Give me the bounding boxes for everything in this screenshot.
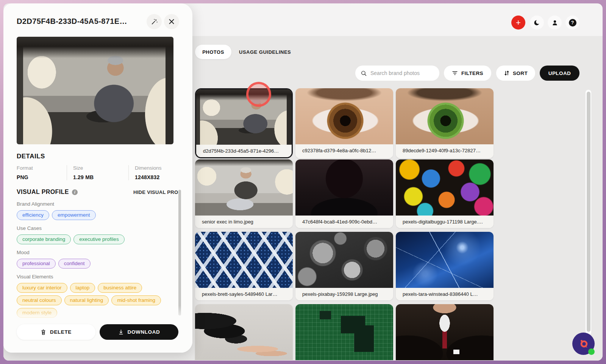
magic-wand-icon xyxy=(151,18,158,25)
tag: confident xyxy=(58,259,91,269)
sort-button[interactable]: SORT xyxy=(496,66,535,81)
tag: executive profiles xyxy=(73,234,124,244)
photo-tile[interactable]: c92378fa-d379-4e8a-a0fc-8b12… xyxy=(295,88,393,158)
help-button[interactable]: ? xyxy=(565,16,579,30)
photo-tile[interactable]: senior exec in limo.jpeg xyxy=(195,159,293,228)
photo-tile[interactable]: 89decde9-1249-40f9-a13c-72827… xyxy=(396,88,494,158)
moon-icon xyxy=(533,19,541,27)
magic-wand-button[interactable] xyxy=(147,14,162,29)
photo-caption xyxy=(295,360,393,361)
close-drawer-button[interactable] xyxy=(164,14,179,29)
detail-label: Dimensions xyxy=(135,165,170,171)
plus-icon: + xyxy=(516,18,521,28)
photo-caption: 47c648f4-bca8-41ed-909c-0ebd… xyxy=(295,216,393,228)
person-icon xyxy=(551,19,558,26)
filters-label: FILTERS xyxy=(461,70,483,76)
detail-value: PNG xyxy=(17,174,61,180)
photo-tile[interactable]: pexels-tara-winstead-8386440 L… xyxy=(396,232,494,300)
tag-list: corporate branding executive profiles xyxy=(17,234,174,244)
photo-tile[interactable]: pexels-digitalbuggu-171198 Large.… xyxy=(396,159,494,228)
main-scrollbar-track[interactable] xyxy=(586,90,591,335)
photo-thumbnail-plexus xyxy=(396,232,494,288)
drawer-scrollbar-thumb[interactable] xyxy=(178,190,181,316)
tab-usage-label: USAGE GUIDELINES xyxy=(239,49,291,55)
window-frame: + ? PHOTOS USAGE GUIDELINES xyxy=(0,0,606,364)
tag: modern style xyxy=(17,308,57,318)
photo-caption: pexels-brett-sayles-5489460 Lar… xyxy=(195,288,293,300)
photo-thumbnail-metal-gears xyxy=(295,232,393,288)
photo-caption: d2d75f4b-233d-45a5-871e-4296… xyxy=(196,145,292,157)
photo-thumbnail-suit-man xyxy=(396,304,494,360)
photo-thumbnail-color-gears xyxy=(396,159,494,216)
photo-caption: pexels-tara-winstead-8386440 L… xyxy=(396,288,494,300)
photo-caption: pexels-digitalbuggu-171198 Large.… xyxy=(396,216,494,228)
photo-caption: pexels-pixabay-159298 Large.jpeg xyxy=(295,288,393,300)
photo-thumbnail-green-eye xyxy=(396,88,494,144)
details-fields: Format PNG Size 1.29 MB Dimensions 1248X… xyxy=(17,165,176,180)
photo-caption xyxy=(195,360,293,361)
tag: natural lighting xyxy=(64,295,109,305)
sort-icon xyxy=(504,70,509,76)
tab-photos[interactable]: PHOTOS xyxy=(195,45,231,59)
photo-tile[interactable]: d2d75f4b-233d-45a5-871e-4296… xyxy=(195,88,293,158)
tag: mid-shot framing xyxy=(111,295,161,305)
tab-photos-label: PHOTOS xyxy=(202,49,224,55)
tag: business attire xyxy=(98,283,142,293)
filters-button[interactable]: FILTERS xyxy=(444,66,491,81)
tag-group-mood: Mood professional confident xyxy=(17,250,174,269)
photo-caption xyxy=(396,360,494,361)
photo-tile[interactable] xyxy=(295,304,393,361)
tag: laptop xyxy=(70,283,95,293)
tag-list: professional confident xyxy=(17,259,174,269)
download-label: DOWNLOAD xyxy=(128,329,160,335)
chat-logo-icon xyxy=(577,337,590,350)
tag-group-label: Use Cases xyxy=(17,225,174,231)
tag: luxury car interior xyxy=(17,283,67,293)
info-icon[interactable]: i xyxy=(72,189,78,195)
search-input[interactable] xyxy=(370,70,434,76)
tag-group-brand-alignment: Brand Alignment efficiency empowerment xyxy=(17,201,174,220)
tag-group-visual-elements: Visual Elements luxury car interior lapt… xyxy=(17,274,174,318)
photo-thumbnail-robot-hand xyxy=(195,304,293,360)
tag: efficiency xyxy=(17,210,49,220)
photo-tile[interactable]: pexels-brett-sayles-5489460 Lar… xyxy=(195,232,293,300)
photo-tile[interactable] xyxy=(195,304,293,361)
detail-dimensions: Dimensions 1248X832 xyxy=(128,165,176,180)
add-button[interactable]: + xyxy=(511,16,525,30)
upload-label: UPLOAD xyxy=(548,70,571,76)
tab-usage-guidelines[interactable]: USAGE GUIDELINES xyxy=(239,45,291,59)
main-scrollbar-thumb[interactable] xyxy=(587,92,590,332)
tag: neutral colours xyxy=(17,295,62,305)
photo-thumbnail-woman-portrait xyxy=(295,159,393,216)
dark-mode-button[interactable] xyxy=(530,16,544,30)
tag-group-use-cases: Use Cases corporate branding executive p… xyxy=(17,225,174,244)
photo-thumbnail-exec-car xyxy=(196,89,292,145)
tag: empowerment xyxy=(52,210,96,220)
asset-preview-image xyxy=(17,37,173,144)
photo-thumbnail-blue-mesh xyxy=(195,232,293,288)
detail-label: Format xyxy=(17,165,61,171)
hide-visual-profile-link[interactable]: HIDE VISUAL PROFILE xyxy=(133,189,180,195)
photo-tile[interactable]: pexels-pixabay-159298 Large.jpeg xyxy=(295,232,393,300)
tag-group-label: Brand Alignment xyxy=(17,201,174,207)
grid-row-4 xyxy=(195,304,494,361)
delete-button[interactable]: DELETE xyxy=(17,324,95,340)
visual-profile-heading: VISUAL PROFILE xyxy=(17,189,69,195)
photo-thumbnail-exec-woman xyxy=(195,159,293,216)
asset-title: D2D75F4B-233D-45A5-871E… xyxy=(17,17,142,26)
photo-thumbnail-brown-eye xyxy=(295,88,393,144)
grid-row-3: pexels-brett-sayles-5489460 Lar… pexels-… xyxy=(195,232,494,300)
tag-group-label: Mood xyxy=(17,250,174,255)
photo-tile[interactable]: 47c648f4-bca8-41ed-909c-0ebd… xyxy=(295,159,393,228)
photo-caption: senior exec in limo.jpeg xyxy=(195,216,293,228)
tag-list: efficiency empowerment xyxy=(17,210,174,220)
detail-size: Size 1.29 MB xyxy=(67,165,128,180)
chat-widget-button[interactable] xyxy=(572,333,595,355)
photo-tile[interactable] xyxy=(396,304,494,361)
download-icon xyxy=(118,329,124,335)
upload-button[interactable]: UPLOAD xyxy=(540,66,579,81)
account-button[interactable] xyxy=(548,16,562,30)
close-icon xyxy=(169,19,175,25)
detail-value: 1248X832 xyxy=(135,174,170,180)
download-button[interactable]: DOWNLOAD xyxy=(100,324,178,340)
